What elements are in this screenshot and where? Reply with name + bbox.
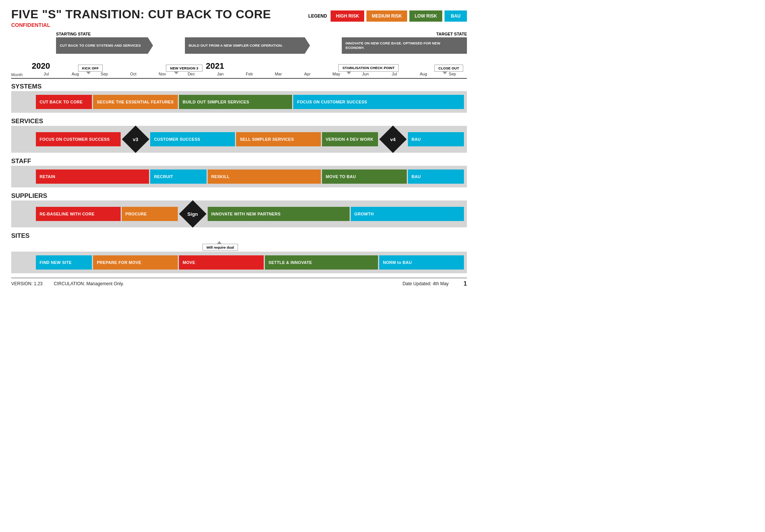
starting-state-label: STARTING STATE: [56, 32, 91, 36]
sites-section: SITES Will require dual FIND NEW SITE PR…: [11, 230, 467, 273]
staff-bars: RETAIN RECRUIT RESKILL MOVE TO BAU BAU: [11, 166, 467, 187]
bar-move: MOVE: [179, 255, 264, 270]
legend-medium-risk: MEDIUM RISK: [366, 10, 407, 22]
bar-focus-customer-success: FOCUS ON CUSTOMER SUCCESS: [293, 95, 464, 109]
diamond-v3: v3: [122, 125, 149, 153]
bar-growth: GROWTH: [351, 207, 464, 221]
bar-settle-innovate: SETTLE & INNOVATE: [265, 255, 378, 270]
circulation-label: CIRCULATION: Management Only.: [54, 281, 124, 286]
month-feb: Feb: [235, 72, 264, 77]
bar-reskill: RESKILL: [208, 169, 321, 184]
bar-find-site: FIND NEW SITE: [36, 255, 92, 270]
bar-prepare-move: PREPARE FOR MOVE: [93, 255, 178, 270]
staff-label: STAFF: [11, 156, 467, 166]
bar-move-to-bau: MOVE TO BAU: [322, 169, 407, 184]
systems-label: SYSTEMS: [11, 81, 467, 91]
services-label: SERVICES: [11, 116, 467, 126]
legend-low-risk: LOW RISK: [409, 10, 442, 22]
suppliers-bars: RE-BASELINE WITH CORE PROCURE Sign INNOV…: [11, 200, 467, 227]
callout-v3: NEW VERSION 3: [166, 65, 202, 72]
month-jul-2021: Jul: [380, 72, 409, 77]
month-jul-2020: Jul: [32, 72, 61, 77]
services-bars: FOCUS ON CUSTOMER SUCCESS v3 CUSTOMER SU…: [11, 126, 467, 153]
page-number: 1: [464, 280, 467, 287]
bar-svc-focus-customer: FOCUS ON CUSTOMER SUCCESS: [36, 132, 121, 146]
diamond-v4-wrap: v4: [379, 130, 407, 149]
bar-svc-bau: BAU: [408, 132, 464, 146]
arrow-2: BUILD OUT FROM A NEW SIMPLER CORE OPERAT…: [185, 37, 310, 54]
callout-closeout: CLOSE OUT: [434, 65, 463, 72]
year-2021: 2021: [206, 62, 224, 70]
diamond-v3-wrap: v3: [122, 130, 149, 149]
sites-callout: Will require dual: [202, 244, 238, 251]
month-sep: Sep: [90, 72, 119, 77]
diamond-v4: v4: [379, 125, 407, 153]
bar-secure-essential: SECURE THE ESSENTIAL FEATURES: [93, 95, 178, 109]
suppliers-section: SUPPLIERS RE-BASELINE WITH CORE PROCURE …: [11, 190, 467, 227]
bar-norm-bau: NORM to BAU: [379, 255, 464, 270]
legend-high-risk: HIGH RISK: [331, 10, 364, 22]
bar-recruit: RECRUIT: [150, 169, 206, 184]
bar-rebaseline: RE-BASELINE WITH CORE: [36, 207, 121, 221]
bar-staff-bau: BAU: [408, 169, 464, 184]
arrow-1: CUT BACK TO CORE SYSTEMS AND SERVICES: [56, 37, 153, 54]
staff-section: STAFF RETAIN RECRUIT RESKILL MOVE TO BAU…: [11, 156, 467, 187]
suppliers-label: SUPPLIERS: [11, 190, 467, 200]
month-sep-2021: Sep: [438, 72, 467, 77]
month-mar: Mar: [264, 72, 293, 77]
legend-label: LEGEND: [308, 13, 327, 19]
month-jan-2021: Jan: [206, 72, 235, 77]
month-apr: Apr: [293, 72, 322, 77]
bar-cut-back-to-core: CUT BACK TO CORE: [36, 95, 92, 109]
version-label: VERSION: 1.23: [11, 281, 43, 286]
bar-version4-dev: VERSION 4 DEV WORK: [322, 132, 378, 146]
month-jun: Jun: [351, 72, 380, 77]
arrow-3: INNOVATE ON NEW CORE BASE. OPTIMISED FOR…: [342, 37, 467, 54]
months-grid: 2020 2021 Jul Aug Sep Oct Nov Dec Jan Fe…: [32, 72, 467, 77]
footer-right: Date Updated: 4th May 1: [403, 280, 467, 287]
title-block: FIVE "S" TRANSITION: CUT BACK TO CORE CO…: [11, 7, 271, 28]
month-nov: Nov: [148, 72, 177, 77]
month-header-label: Month: [11, 72, 32, 77]
bar-sell-simpler: SELL SIMPLER SERVICES: [236, 132, 321, 146]
month-may: May: [322, 72, 351, 77]
systems-section: SYSTEMS CUT BACK TO CORE SECURE THE ESSE…: [11, 81, 467, 113]
sites-callout-wrap: Will require dual: [177, 240, 263, 252]
bar-retain: RETAIN: [36, 169, 149, 184]
footer-left: VERSION: 1.23 CIRCULATION: Management On…: [11, 281, 124, 286]
callout-kickoff: KICK OFF: [78, 65, 103, 72]
month-dec: Dec: [177, 72, 206, 77]
sites-callout-row: Will require dual: [11, 240, 467, 252]
services-section: SERVICES FOCUS ON CUSTOMER SUCCESS v3 CU…: [11, 116, 467, 153]
month-aug-2021: Aug: [409, 72, 438, 77]
systems-bars: CUT BACK TO CORE SECURE THE ESSENTIAL FE…: [11, 91, 467, 113]
date-updated: Date Updated: 4th May: [403, 281, 449, 286]
page-header: FIVE "S" TRANSITION: CUT BACK TO CORE CO…: [11, 7, 467, 28]
sites-bars: FIND NEW SITE PREPARE FOR MOVE MOVE SETT…: [11, 252, 467, 273]
month-aug: Aug: [61, 72, 90, 77]
confidential-label: CONFIDENTIAL: [11, 22, 271, 28]
legend-block: LEGEND HIGH RISK MEDIUM RISK LOW RISK BA…: [308, 10, 467, 22]
legend-bau: BAU: [445, 10, 467, 22]
target-state-label: TARGET STATE: [436, 32, 467, 36]
bar-customer-success: CUSTOMER SUCCESS: [150, 132, 235, 146]
timeline-area: STARTING STATE TARGET STATE CUT BACK TO …: [11, 32, 467, 273]
callout-stabilisation: STABILISATION CHECK POINT: [338, 64, 399, 72]
footer: VERSION: 1.23 CIRCULATION: Management On…: [11, 278, 467, 287]
diamond-sign: Sign: [179, 200, 207, 228]
bar-procure: PROCURE: [122, 207, 178, 221]
year-2020: 2020: [32, 62, 50, 70]
sites-label: SITES: [11, 230, 467, 240]
month-oct: Oct: [119, 72, 148, 77]
bar-build-out-simpler: BUILD OUT SIMPLER SERVICES: [179, 95, 292, 109]
page-title: FIVE "S" TRANSITION: CUT BACK TO CORE: [11, 7, 271, 21]
diamond-sign-wrap: Sign: [179, 204, 207, 224]
bar-innovate-partners: INNOVATE WITH NEW PARTNERS: [208, 207, 350, 221]
